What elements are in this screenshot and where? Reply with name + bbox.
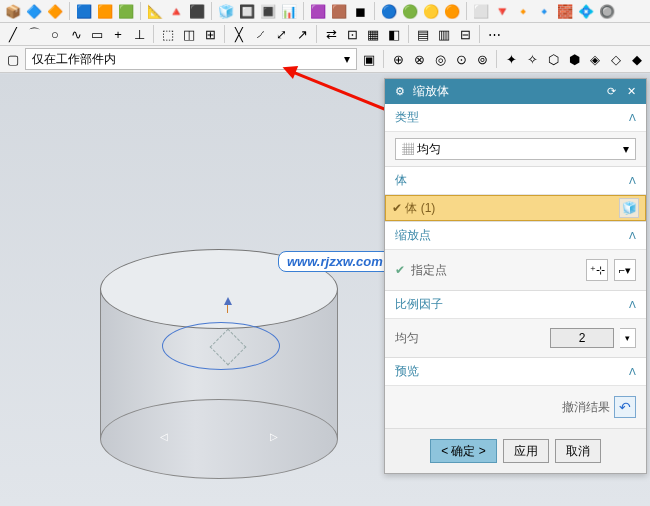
- filter-icon[interactable]: ▢: [4, 50, 22, 68]
- tool-icon[interactable]: ◎: [431, 50, 449, 68]
- tool-icon[interactable]: ↗: [293, 25, 311, 43]
- chevron-up-icon: ᐱ: [629, 366, 636, 377]
- tool-icon[interactable]: ⊡: [343, 25, 361, 43]
- dialog-buttons: < 确定 > 应用 取消: [385, 429, 646, 473]
- dropdown-icon[interactable]: ▾: [620, 328, 636, 348]
- tool-icon[interactable]: ✧: [523, 50, 541, 68]
- scope-label: 仅在工作部件内: [32, 51, 116, 68]
- tool-icon[interactable]: 🔺: [167, 2, 185, 20]
- section-preview-header[interactable]: 预览 ᐱ: [385, 358, 646, 386]
- tool-icon[interactable]: 🟪: [309, 2, 327, 20]
- tool-icon[interactable]: ◼: [351, 2, 369, 20]
- section-body-header[interactable]: 体 ᐱ: [385, 167, 646, 195]
- tool-icon[interactable]: ⊚: [473, 50, 491, 68]
- cylinder-model[interactable]: ◁ ▷: [100, 249, 340, 449]
- point-picker-button[interactable]: ⁺⊹: [586, 259, 608, 281]
- tool-icon[interactable]: 🟠: [443, 2, 461, 20]
- tool-icon[interactable]: 🔷: [25, 2, 43, 20]
- circle-icon[interactable]: ○: [46, 25, 64, 43]
- tool-icon[interactable]: 🟦: [75, 2, 93, 20]
- tool-icon[interactable]: 🟩: [117, 2, 135, 20]
- undo-result-label: 撤消结果: [562, 399, 610, 416]
- point-method-button[interactable]: ⌐▾: [614, 259, 636, 281]
- close-icon[interactable]: ✕: [624, 85, 638, 99]
- toolbar-row-1: 📦 🔷 🔶 🟦 🟧 🟩 📐 🔺 ⬛ 🧊 🔲 🔳 📊 🟪 🟫 ◼ 🔵 🟢 🟡 🟠 …: [0, 0, 650, 23]
- tool-icon[interactable]: 🔹: [535, 2, 553, 20]
- tool-icon[interactable]: ⬡: [544, 50, 562, 68]
- cancel-button[interactable]: 取消: [555, 439, 601, 463]
- tool-icon[interactable]: ╳: [230, 25, 248, 43]
- tool-icon[interactable]: 🟧: [96, 2, 114, 20]
- spline-icon[interactable]: ∿: [67, 25, 85, 43]
- tool-icon[interactable]: ⊙: [452, 50, 470, 68]
- tool-icon[interactable]: ⬜: [472, 2, 490, 20]
- section-factor-header[interactable]: 比例因子 ᐱ: [385, 291, 646, 319]
- toolbar-row-3: ▢ 仅在工作部件内▾ ▣ ⊕ ⊗ ◎ ⊙ ⊚ ✦ ✧ ⬡ ⬢ ◈ ◇ ◆: [0, 46, 650, 73]
- gear-icon: ⚙: [393, 85, 407, 99]
- refresh-icon[interactable]: ⟳: [604, 85, 618, 99]
- tool-icon[interactable]: 🔲: [238, 2, 256, 20]
- tool-icon[interactable]: ⊗: [410, 50, 428, 68]
- tool-icon[interactable]: ⬚: [159, 25, 177, 43]
- tool-icon[interactable]: ◆: [628, 50, 646, 68]
- dialog-title: 缩放体: [413, 83, 449, 100]
- specify-point-label: 指定点: [411, 262, 447, 279]
- tool-icon[interactable]: ▣: [360, 50, 378, 68]
- tool-icon[interactable]: ⊟: [456, 25, 474, 43]
- tool-icon[interactable]: ⇄: [322, 25, 340, 43]
- arc-icon[interactable]: ⌒: [25, 25, 43, 43]
- tool-icon[interactable]: 🧊: [217, 2, 235, 20]
- tool-icon[interactable]: 🔳: [259, 2, 277, 20]
- body-selection[interactable]: ✔ 体 (1) 🧊: [385, 195, 646, 221]
- scale-body-dialog: ⚙ 缩放体 ⟳ ✕ 类型 ᐱ ▦ 均匀▾ 体 ᐱ ✔ 体 (1) 🧊: [384, 78, 647, 474]
- point-icon[interactable]: +: [109, 25, 127, 43]
- chevron-up-icon: ᐱ: [629, 175, 636, 186]
- tool-icon[interactable]: 💠: [577, 2, 595, 20]
- tool-icon[interactable]: ✦: [502, 50, 520, 68]
- tool-icon[interactable]: ⤢: [272, 25, 290, 43]
- tool-icon[interactable]: ◧: [385, 25, 403, 43]
- tool-icon[interactable]: ⋯: [485, 25, 503, 43]
- ok-button[interactable]: < 确定 >: [430, 439, 497, 463]
- tool-icon[interactable]: 🟡: [422, 2, 440, 20]
- tool-icon[interactable]: ⬢: [565, 50, 583, 68]
- tool-icon[interactable]: 🔸: [514, 2, 532, 20]
- section-type-header[interactable]: 类型 ᐱ: [385, 104, 646, 132]
- tool-icon[interactable]: 🔶: [46, 2, 64, 20]
- tool-icon[interactable]: ◈: [586, 50, 604, 68]
- line-icon[interactable]: ╱: [4, 25, 22, 43]
- tool-icon[interactable]: ⬛: [188, 2, 206, 20]
- axis-icon[interactable]: ⊥: [130, 25, 148, 43]
- tool-icon[interactable]: 📐: [146, 2, 164, 20]
- tool-icon[interactable]: 📊: [280, 2, 298, 20]
- scale-factor-input[interactable]: [550, 328, 614, 348]
- tool-icon[interactable]: 🔻: [493, 2, 511, 20]
- tool-icon[interactable]: 🧱: [556, 2, 574, 20]
- undo-icon[interactable]: ↶: [614, 396, 636, 418]
- tool-icon[interactable]: ◇: [607, 50, 625, 68]
- rect-icon[interactable]: ▭: [88, 25, 106, 43]
- tool-icon[interactable]: ◫: [180, 25, 198, 43]
- tool-icon[interactable]: ▤: [414, 25, 432, 43]
- tool-icon[interactable]: ⊞: [201, 25, 219, 43]
- toolbar-row-2: ╱ ⌒ ○ ∿ ▭ + ⊥ ⬚ ◫ ⊞ ╳ ⟋ ⤢ ↗ ⇄ ⊡ ▦ ◧ ▤ ▥ …: [0, 23, 650, 46]
- scope-dropdown[interactable]: 仅在工作部件内▾: [25, 48, 357, 70]
- tool-icon[interactable]: 🔵: [380, 2, 398, 20]
- body-icon[interactable]: 🧊: [619, 198, 639, 218]
- type-dropdown[interactable]: ▦ 均匀▾: [395, 138, 636, 160]
- check-icon: ✔: [395, 263, 405, 277]
- tool-icon[interactable]: 🟫: [330, 2, 348, 20]
- dialog-titlebar[interactable]: ⚙ 缩放体 ⟳ ✕: [385, 79, 646, 104]
- tool-icon[interactable]: ⊕: [389, 50, 407, 68]
- tool-icon[interactable]: ▥: [435, 25, 453, 43]
- tool-icon[interactable]: ▦: [364, 25, 382, 43]
- tool-icon[interactable]: 🟢: [401, 2, 419, 20]
- apply-button[interactable]: 应用: [503, 439, 549, 463]
- tool-icon[interactable]: ⟋: [251, 25, 269, 43]
- chevron-up-icon: ᐱ: [629, 299, 636, 310]
- tool-icon[interactable]: 🔘: [598, 2, 616, 20]
- section-point-header[interactable]: 缩放点 ᐱ: [385, 222, 646, 250]
- uniform-label: 均匀: [395, 330, 419, 347]
- tool-icon[interactable]: 📦: [4, 2, 22, 20]
- watermark: www.rjzxw.com: [278, 251, 392, 272]
